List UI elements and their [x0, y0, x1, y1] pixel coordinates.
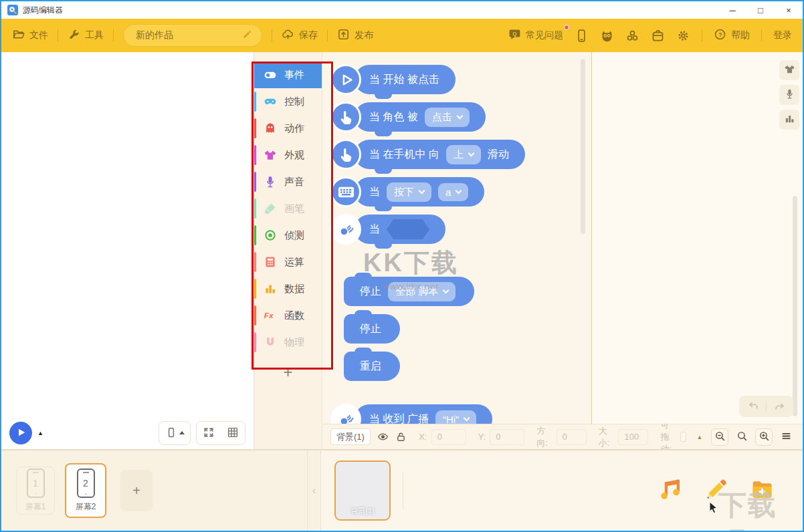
draggable-checkbox[interactable] [680, 432, 686, 442]
question-mark-icon: ? [714, 28, 726, 43]
direction-label: 方向: [536, 425, 552, 449]
minimize-button[interactable]: ─ [718, 1, 746, 19]
bar-chart-icon [784, 113, 795, 126]
add-screen-button[interactable]: + [120, 470, 153, 511]
category-operators[interactable]: 运算 [254, 249, 322, 275]
bars-icon [263, 282, 277, 296]
direction-value[interactable]: 0 [557, 429, 587, 445]
zoom-reset-button[interactable] [733, 428, 750, 446]
screens-panel: 1 屏幕1 2 屏幕2 + [1, 450, 308, 531]
category-control[interactable]: 控制 [254, 88, 322, 115]
workspace-body: 当 开始 被点击当 角色 被点击当 在手机中 向上滑动当按下a当停止全部 脚本停… [322, 52, 803, 424]
block-dropdown[interactable]: 上 [446, 145, 481, 164]
block-dropdown[interactable]: “Hi” [435, 410, 476, 424]
category-sensing[interactable]: 侦测 [254, 222, 322, 249]
project-name-input[interactable]: 新的作品 [123, 24, 262, 47]
stage-panel: ▲ [1, 52, 254, 449]
owl-mascot-icon[interactable] [600, 29, 614, 43]
divider [766, 401, 767, 412]
lock-icon[interactable] [395, 431, 407, 442]
app-window: 源码编辑器 ─ □ × 文件 工具 新的作品 保存 发布 [0, 0, 804, 532]
palette-block[interactable]: 停止全部 脚本 [344, 277, 474, 306]
script-canvas[interactable] [592, 52, 803, 424]
palette-block[interactable]: 重启 [344, 352, 400, 381]
grid-button[interactable] [221, 422, 245, 444]
size-label: 大小: [599, 425, 615, 449]
canvas-scrollbar[interactable] [793, 196, 797, 416]
undo-button[interactable] [743, 399, 763, 414]
visibility-eye-icon[interactable] [377, 431, 389, 442]
faq-button[interactable]: Q 常见问题 [508, 28, 563, 43]
block-text: 停止 [360, 285, 381, 299]
stage-view[interactable] [1, 52, 254, 417]
category-looks[interactable]: 外观 [254, 142, 322, 168]
add-music-button[interactable] [658, 477, 682, 504]
palette-block[interactable]: 当 开始 被点击 [330, 64, 456, 95]
backdrop-thumbnail[interactable]: 背景(1) [334, 460, 391, 521]
screen-card[interactable]: 2 屏幕2 [65, 463, 106, 518]
sound-tab-button[interactable] [779, 85, 799, 105]
close-button[interactable]: × [775, 1, 803, 19]
add-folder-button[interactable] [750, 477, 775, 504]
category-color-strip [254, 225, 256, 245]
category-label: 数据 [284, 283, 304, 295]
maximize-button[interactable]: □ [746, 1, 775, 19]
login-button[interactable]: 登录 [773, 29, 792, 41]
canvas-side-tools [779, 60, 799, 130]
category-pen[interactable]: 画笔 [254, 195, 322, 222]
block-dropdown[interactable]: 点击 [425, 108, 470, 127]
fullscreen-button[interactable] [197, 422, 221, 444]
gear-icon[interactable] [676, 29, 690, 43]
save-button[interactable]: 保存 [282, 28, 318, 43]
screen-card[interactable]: 1 屏幕1 [16, 467, 55, 515]
category-sound[interactable]: 声音 [254, 168, 322, 195]
y-value[interactable]: 0 [490, 429, 524, 445]
mobile-phone-icon[interactable] [575, 29, 589, 43]
run-options-caret[interactable]: ▲ [37, 430, 43, 436]
run-button[interactable] [9, 422, 32, 444]
zoom-in-button[interactable] [755, 428, 773, 446]
chevron-down-icon [456, 112, 463, 119]
target-name-field[interactable]: 背景(1) [330, 428, 371, 445]
zoom-out-button[interactable] [711, 428, 728, 446]
redo-button[interactable] [769, 399, 789, 414]
edit-pencil-button[interactable] [704, 477, 728, 504]
backdrop-label: 背景(1) [336, 506, 389, 516]
palette-block[interactable]: 当按下a [330, 176, 484, 207]
data-tab-button[interactable] [779, 110, 799, 130]
palette-block[interactable]: 当 收到 广播“Hi” [330, 404, 492, 424]
palette-block[interactable]: 当 在手机中 向上滑动 [330, 139, 525, 170]
collapse-properties-button[interactable]: ▲ [693, 428, 706, 446]
orientation-button[interactable] [159, 422, 190, 444]
block-dropdown[interactable]: 全部 脚本 [388, 282, 456, 301]
publish-button[interactable]: 发布 [337, 28, 373, 43]
palette-block[interactable]: 当 [330, 214, 445, 245]
category-label: 动作 [284, 122, 304, 135]
category-data[interactable]: 数据 [254, 275, 322, 302]
category-functions[interactable]: Fx 函数 [254, 302, 322, 329]
dropdown-value: 全部 脚本 [395, 285, 438, 298]
molecules-icon[interactable] [625, 29, 639, 43]
collapse-screens-chevron[interactable]: ‹ [308, 450, 321, 531]
block-dropdown[interactable]: a [438, 183, 468, 201]
help-button[interactable]: ? 帮助 [714, 28, 750, 43]
x-value[interactable]: 0 [431, 429, 466, 445]
add-category-button[interactable]: + [283, 364, 292, 380]
palette-block[interactable]: 停止 [344, 314, 400, 344]
main-toolbar: 文件 工具 新的作品 保存 发布 Q 常见问题 [1, 19, 803, 52]
hexagon-slot[interactable] [387, 219, 429, 239]
menu-button[interactable] [777, 428, 795, 446]
tools-menu-button[interactable]: 工具 [68, 28, 104, 43]
costume-tab-button[interactable] [779, 60, 799, 80]
category-physics[interactable]: 物理 [254, 329, 322, 356]
category-motion[interactable]: 动作 [254, 115, 322, 142]
palette-scrollbar[interactable] [581, 59, 585, 234]
palette-block[interactable]: 当 角色 被点击 [330, 102, 486, 132]
file-menu-button[interactable]: 文件 [12, 28, 48, 43]
category-events[interactable]: 事件 [254, 61, 322, 88]
size-value[interactable]: 100 [618, 429, 648, 445]
block-dropdown[interactable]: 按下 [387, 182, 431, 202]
category-label: 物理 [284, 336, 304, 349]
keyboard-icon [330, 176, 361, 207]
bag-icon[interactable] [651, 29, 665, 43]
